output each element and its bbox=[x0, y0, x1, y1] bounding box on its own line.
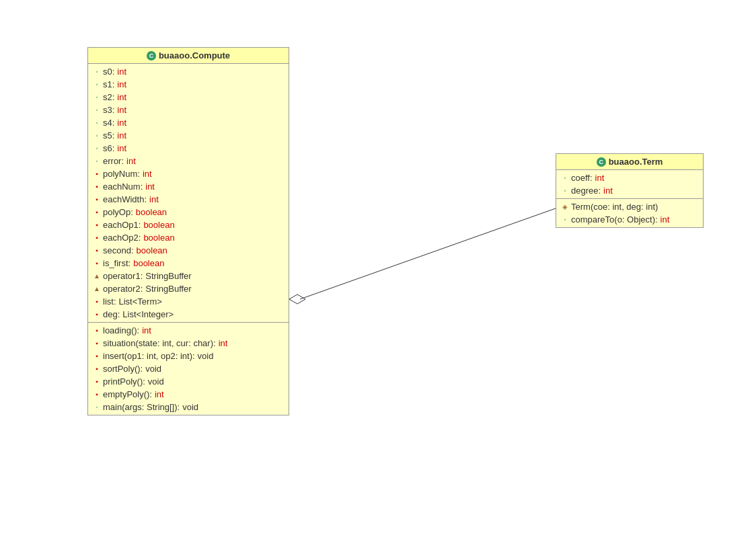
term-field-degree: ◦ degree: int bbox=[556, 184, 703, 197]
field-polyNum: ▪ polyNum: int bbox=[88, 167, 289, 180]
field-s0: ◦ s0: int bbox=[88, 65, 289, 78]
field-operator1: ▲ operator1: StringBuffer bbox=[88, 270, 289, 282]
vis-public-icon: ◦ bbox=[562, 188, 568, 194]
compute-class: C buaaoo.Compute ◦ s0: int ◦ s1: int ◦ s… bbox=[87, 47, 289, 415]
field-s6: ◦ s6: int bbox=[88, 142, 289, 155]
field-operator2: ▲ operator2: StringBuffer bbox=[88, 282, 289, 295]
term-class-header: C buaaoo.Term bbox=[556, 154, 703, 170]
vis-private-icon: ▪ bbox=[93, 391, 100, 398]
term-methods-section: ◈ Term(coe: int, deg: int) ◦ compareTo(o… bbox=[556, 199, 703, 227]
vis-private-icon: ▪ bbox=[93, 209, 100, 216]
method-insert: ▪ insert(op1: int, op2: int): void bbox=[88, 350, 289, 362]
vis-private-icon: ▪ bbox=[93, 366, 100, 372]
method-emptyPoly: ▪ emptyPoly(): int bbox=[88, 388, 289, 401]
method-situation: ▪ situation(state: int, cur: char): int bbox=[88, 337, 289, 350]
field-list: ▪ list: List<Term> bbox=[88, 295, 289, 308]
vis-private-icon: ▪ bbox=[93, 171, 100, 177]
svg-line-0 bbox=[300, 208, 556, 299]
field-eachOp2: ▪ eachOp2: boolean bbox=[88, 231, 289, 244]
field-second: ▪ second: boolean bbox=[88, 244, 289, 257]
vis-public-icon: ◦ bbox=[93, 94, 100, 101]
vis-public-icon: ◦ bbox=[93, 69, 100, 75]
vis-private-icon: ▪ bbox=[93, 260, 100, 267]
field-eachWidth: ▪ eachWidth: int bbox=[88, 193, 289, 206]
vis-private-icon: ▪ bbox=[93, 298, 100, 305]
vis-public-icon: ◦ bbox=[93, 81, 100, 88]
vis-public-icon: ◦ bbox=[93, 404, 100, 411]
vis-private-icon: ▪ bbox=[93, 340, 100, 347]
compute-methods-section: ▪ loading(): int ▪ situation(state: int,… bbox=[88, 323, 289, 415]
term-class-icon: C bbox=[597, 157, 606, 167]
vis-protected-icon: ▲ bbox=[93, 286, 100, 292]
field-s2: ◦ s2: int bbox=[88, 91, 289, 104]
field-eachNum: ▪ eachNum: int bbox=[88, 180, 289, 193]
vis-public-icon: ◦ bbox=[93, 120, 100, 126]
field-is-first: ▪ is_first: boolean bbox=[88, 257, 289, 270]
field-s5: ◦ s5: int bbox=[88, 129, 289, 142]
term-class: C buaaoo.Term ◦ coeff: int ◦ degree: int… bbox=[556, 153, 704, 228]
vis-private-icon: ▪ bbox=[93, 247, 100, 254]
method-loading: ▪ loading(): int bbox=[88, 324, 289, 337]
method-main: ◦ main(args: String[]): void bbox=[88, 401, 289, 413]
compute-class-icon: C bbox=[147, 51, 156, 61]
field-deg: ▪ deg: List<Integer> bbox=[88, 308, 289, 321]
field-s3: ◦ s3: int bbox=[88, 104, 289, 116]
vis-private-icon: ▪ bbox=[93, 196, 100, 203]
vis-private-icon: ▪ bbox=[93, 353, 100, 360]
vis-public-icon: ◦ bbox=[93, 132, 100, 139]
vis-public-icon: ◦ bbox=[93, 107, 100, 114]
vis-protected-icon: ◈ bbox=[562, 204, 568, 210]
vis-private-icon: ▪ bbox=[93, 235, 100, 241]
vis-private-icon: ▪ bbox=[93, 327, 100, 334]
vis-private-icon: ▪ bbox=[93, 378, 100, 385]
diagram-container: C buaaoo.Compute ◦ s0: int ◦ s1: int ◦ s… bbox=[0, 0, 752, 560]
field-s1: ◦ s1: int bbox=[88, 78, 289, 91]
field-polyOp: ▪ polyOp: boolean bbox=[88, 206, 289, 218]
vis-private-icon: ▪ bbox=[93, 311, 100, 318]
svg-marker-1 bbox=[289, 294, 305, 304]
vis-protected-icon: ▲ bbox=[93, 273, 100, 280]
term-field-coeff: ◦ coeff: int bbox=[556, 171, 703, 184]
vis-public-icon: ◦ bbox=[562, 216, 568, 223]
field-s4: ◦ s4: int bbox=[88, 116, 289, 129]
method-sortPoly: ▪ sortPoly(): void bbox=[88, 362, 289, 375]
vis-public-icon: ◦ bbox=[562, 175, 568, 182]
term-fields-section: ◦ coeff: int ◦ degree: int bbox=[556, 170, 703, 199]
vis-private-icon: ▪ bbox=[93, 222, 100, 229]
compute-fields-section: ◦ s0: int ◦ s1: int ◦ s2: int ◦ s3: int … bbox=[88, 64, 289, 323]
compute-class-title: buaaoo.Compute bbox=[159, 50, 230, 61]
term-method-constructor: ◈ Term(coe: int, deg: int) bbox=[556, 200, 703, 213]
term-method-compareTo: ◦ compareTo(o: Object): int bbox=[556, 213, 703, 226]
field-eachOp1: ▪ eachOp1: boolean bbox=[88, 218, 289, 231]
vis-private-icon: ▪ bbox=[93, 184, 100, 190]
field-error: ◦ error: int bbox=[88, 155, 289, 167]
vis-public-icon: ◦ bbox=[93, 145, 100, 152]
compute-class-header: C buaaoo.Compute bbox=[88, 48, 289, 64]
vis-public-icon: ◦ bbox=[93, 158, 100, 165]
term-class-title: buaaoo.Term bbox=[609, 157, 663, 167]
method-printPoly: ▪ printPoly(): void bbox=[88, 375, 289, 388]
